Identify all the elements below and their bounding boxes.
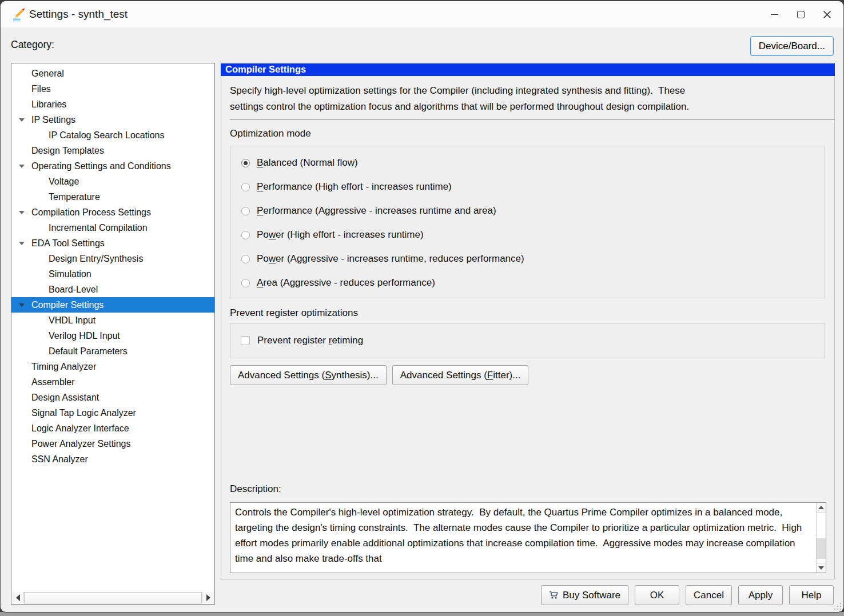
minimize-icon (771, 14, 778, 15)
prevent-register-retiming-label[interactable]: Prevent register retiming (257, 335, 363, 346)
radio-option-power[interactable]: Power (High effort - increases runtime) (230, 223, 825, 247)
dialog-buttons: Buy Software OK Cancel Apply Help (541, 585, 834, 605)
prevent-register-group: Prevent register retiming (230, 323, 825, 358)
radio-option-power-aggressive[interactable]: Power (Aggressive - increases runtime, r… (230, 247, 825, 271)
advanced-settings-synthesis-button[interactable]: Advanced Settings (Synthesis)... (230, 365, 387, 385)
tree-item-ip-settings[interactable]: IP Settings (11, 112, 214, 127)
tree-item-label: Power Analyzer Settings (31, 436, 130, 451)
radio-option-label: Power (High effort - increases runtime) (257, 229, 424, 241)
scroll-down-button[interactable] (817, 563, 826, 573)
advanced-settings-fitter-button[interactable]: Advanced Settings (Fitter)... (392, 365, 529, 385)
tree-item-label: Timing Analyzer (31, 359, 96, 374)
maximize-icon (797, 11, 805, 18)
tree-item-power-analyzer-settings[interactable]: Power Analyzer Settings (11, 436, 214, 451)
radio-unselected-icon[interactable] (241, 279, 250, 287)
vertical-scrollbar-thumb[interactable] (817, 538, 826, 559)
scroll-right-button[interactable] (202, 592, 214, 603)
radio-unselected-icon[interactable] (241, 231, 250, 239)
optimization-mode-group: Balanced (Normal flow)Performance (High … (230, 146, 825, 298)
scroll-left-icon (16, 594, 20, 601)
close-button[interactable] (814, 1, 840, 27)
tree-item-libraries[interactable]: Libraries (11, 97, 214, 112)
tree-item-signal-tap-logic-analyzer[interactable]: Signal Tap Logic Analyzer (11, 405, 214, 421)
cancel-button[interactable]: Cancel (686, 585, 732, 605)
tree-item-timing-analyzer[interactable]: Timing Analyzer (11, 359, 214, 374)
tree-item-eda-tool-settings[interactable]: EDA Tool Settings (11, 235, 214, 251)
expand-arrow-icon[interactable] (19, 303, 25, 307)
tree-horizontal-scrollbar[interactable] (12, 592, 214, 603)
buy-software-button[interactable]: Buy Software (541, 585, 628, 605)
tree-item-label: IP Settings (31, 112, 75, 127)
radio-selected-icon[interactable] (241, 159, 250, 167)
radio-option-label: Balanced (Normal flow) (257, 157, 358, 169)
scroll-left-button[interactable] (12, 592, 24, 603)
buy-software-label: Buy Software (563, 590, 620, 601)
radio-option-label: Performance (Aggressive - increases runt… (257, 205, 496, 217)
tree-item-ip-catalog-search-locations[interactable]: IP Catalog Search Locations (11, 127, 214, 143)
prevent-register-retiming-checkbox[interactable] (241, 336, 250, 345)
tree-item-label: Operating Settings and Conditions (31, 158, 171, 174)
tree-item-default-parameters[interactable]: Default Parameters (11, 343, 214, 359)
tree-item-label: EDA Tool Settings (31, 235, 105, 251)
horizontal-scrollbar-thumb[interactable] (24, 592, 202, 603)
tree-item-label: IP Catalog Search Locations (49, 127, 165, 143)
tree-item-vhdl-input[interactable]: VHDL Input (11, 313, 214, 328)
tree-item-label: Files (31, 81, 51, 97)
help-button[interactable]: Help (789, 585, 834, 605)
category-tree-items: GeneralFilesLibrariesIP SettingsIP Catal… (11, 66, 214, 467)
device-board-button[interactable]: Device/Board... (750, 36, 834, 56)
tree-item-operating-settings-and-conditions[interactable]: Operating Settings and Conditions (11, 158, 214, 174)
maximize-button[interactable] (787, 1, 814, 27)
tree-item-files[interactable]: Files (11, 81, 214, 97)
tree-item-temperature[interactable]: Temperature (11, 189, 214, 205)
apply-button[interactable]: Apply (738, 585, 783, 605)
radio-unselected-icon[interactable] (241, 207, 250, 215)
shopping-cart-icon (549, 591, 558, 599)
radio-option-area-aggressive[interactable]: Area (Aggressive - reduces performance) (230, 271, 825, 295)
resize-grip[interactable] (834, 603, 842, 610)
tree-item-assembler[interactable]: Assembler (11, 374, 214, 390)
scroll-up-button[interactable] (817, 503, 826, 513)
expand-arrow-icon[interactable] (19, 165, 25, 168)
description-text: Controls the Compiler's high-level optim… (230, 503, 816, 573)
tree-item-label: VHDL Input (49, 313, 95, 328)
expand-arrow-icon[interactable] (19, 118, 25, 122)
category-label: Category: (11, 39, 54, 51)
tree-item-label: SSN Analyzer (31, 451, 88, 467)
tree-item-incremental-compilation[interactable]: Incremental Compilation (11, 220, 214, 235)
radio-unselected-icon[interactable] (241, 255, 250, 263)
tree-item-label: Libraries (31, 97, 66, 112)
tree-item-label: Design Entry/Synthesis (49, 251, 143, 266)
radio-option-performance-aggressive[interactable]: Performance (Aggressive - increases runt… (230, 199, 825, 223)
window-title: Settings - synth_test (29, 1, 128, 27)
tree-item-board-level[interactable]: Board-Level (11, 282, 214, 297)
tree-item-design-assistant[interactable]: Design Assistant (11, 390, 214, 405)
radio-option-balanced[interactable]: Balanced (Normal flow) (230, 151, 825, 175)
settings-pencil-icon (11, 7, 26, 22)
tree-item-logic-analyzer-interface[interactable]: Logic Analyzer Interface (11, 421, 214, 436)
tree-item-label: Compilation Process Settings (31, 205, 151, 220)
close-icon (823, 10, 831, 19)
description-box: Controls the Compiler's high-level optim… (230, 502, 826, 573)
tree-item-general[interactable]: General (11, 66, 214, 81)
tree-item-compilation-process-settings[interactable]: Compilation Process Settings (11, 205, 214, 220)
expand-arrow-icon[interactable] (19, 242, 25, 245)
minimize-button[interactable] (761, 1, 787, 27)
tree-item-label: Verilog HDL Input (49, 328, 120, 343)
tree-item-label: Incremental Compilation (49, 220, 148, 235)
tree-item-verilog-hdl-input[interactable]: Verilog HDL Input (11, 328, 214, 343)
tree-item-compiler-settings[interactable]: Compiler Settings (11, 297, 214, 313)
tree-item-voltage[interactable]: Voltage (11, 174, 214, 189)
tree-item-design-entry-synthesis[interactable]: Design Entry/Synthesis (11, 251, 214, 266)
radio-option-performance[interactable]: Performance (High effort - increases run… (230, 175, 825, 199)
tree-item-simulation[interactable]: Simulation (11, 266, 214, 282)
settings-dialog: Settings - synth_test Category: Device/B… (1, 1, 843, 612)
ok-button[interactable]: OK (635, 585, 679, 605)
tree-item-ssn-analyzer[interactable]: SSN Analyzer (11, 451, 214, 467)
description-scrollbar[interactable] (816, 503, 826, 573)
expand-arrow-icon[interactable] (19, 211, 25, 214)
tree-item-label: Compiler Settings (31, 297, 103, 313)
tree-item-design-templates[interactable]: Design Templates (11, 143, 214, 158)
radio-option-label: Power (Aggressive - increases runtime, r… (257, 253, 524, 265)
radio-unselected-icon[interactable] (241, 183, 250, 191)
